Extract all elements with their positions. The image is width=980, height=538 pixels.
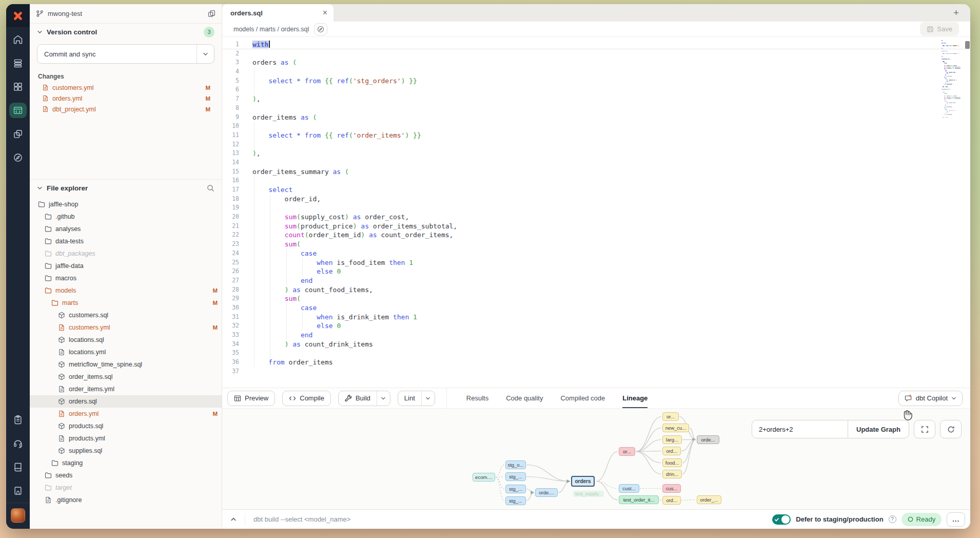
save-button[interactable]: Save bbox=[920, 22, 959, 36]
studio-ide-icon[interactable] bbox=[6, 99, 30, 122]
tree-item-locations.sql[interactable]: locations.sql bbox=[30, 334, 222, 346]
lineage-node-y3[interactable]: larg... bbox=[662, 435, 682, 444]
changed-file-dbt_project.yml[interactable]: dbt_project.ymlM bbox=[30, 104, 222, 114]
tree-item-models[interactable]: modelsM bbox=[30, 284, 222, 297]
help-icon[interactable]: ? bbox=[889, 515, 896, 523]
lineage-node-stg1[interactable]: stg_o... bbox=[505, 460, 526, 469]
code-editor[interactable]: 1with23orders as (45 select * from {{ re… bbox=[222, 37, 970, 388]
tree-item-jaffle-shop[interactable]: jaffle-shop bbox=[30, 198, 222, 210]
lineage-node-orde_b[interactable]: orde.... bbox=[535, 488, 558, 497]
tree-item-jaffle-data[interactable]: jaffle-data bbox=[30, 260, 222, 272]
tree-item-metricflow_time_spine.sql[interactable]: metricflow_time_spine.sql bbox=[30, 358, 222, 371]
docs-icon[interactable] bbox=[6, 455, 30, 479]
tree-item-marts[interactable]: martsM bbox=[30, 297, 222, 309]
changed-file-customers.yml[interactable]: customers.ymlM bbox=[30, 82, 222, 93]
tab-compiled-code[interactable]: Compiled code bbox=[560, 388, 605, 409]
close-icon[interactable]: × bbox=[323, 9, 327, 17]
version-control-header[interactable]: Version control 3 bbox=[30, 24, 222, 40]
file-explorer-header[interactable]: File explorer bbox=[30, 180, 222, 196]
explore-icon[interactable] bbox=[6, 146, 30, 169]
refresh-button[interactable] bbox=[940, 420, 962, 438]
breadcrumb[interactable]: models / marts / orders.sql bbox=[233, 26, 309, 33]
tree-item-products.yml[interactable]: products.yml bbox=[30, 432, 222, 445]
fullscreen-button[interactable] bbox=[914, 420, 935, 438]
tab-code-quality[interactable]: Code quality bbox=[506, 388, 543, 409]
lineage-node-ecom[interactable]: ecom.... bbox=[473, 473, 495, 482]
tree-item-dbt_packages[interactable]: dbt_packages bbox=[30, 247, 222, 260]
lineage-node-y7[interactable]: ord... bbox=[662, 496, 681, 505]
tree-item-.gitignore[interactable]: .gitignore bbox=[30, 494, 222, 506]
lineage-node-test_o[interactable]: test_order_it... bbox=[619, 495, 659, 504]
lineage-node-y4[interactable]: ord... bbox=[662, 447, 681, 455]
environments-icon[interactable] bbox=[6, 51, 30, 75]
compile-button[interactable]: Compile bbox=[282, 391, 331, 406]
lineage-node-stg2[interactable]: stg_... bbox=[505, 472, 526, 481]
expand-command-bar-button[interactable] bbox=[222, 510, 245, 529]
lineage-node-y6[interactable]: drin... bbox=[662, 470, 682, 478]
tab-lineage[interactable]: Lineage bbox=[622, 388, 648, 409]
tree-item-seeds[interactable]: seeds bbox=[30, 469, 222, 482]
lineage-node-y8[interactable]: order_... bbox=[697, 495, 721, 504]
lineage-node-y1[interactable]: or... bbox=[662, 412, 679, 421]
home-icon[interactable] bbox=[6, 28, 30, 51]
tree-item-order_items.sql[interactable]: order_items.sql bbox=[30, 371, 222, 383]
lint-button[interactable]: Lint bbox=[398, 391, 421, 406]
commit-options-chevron[interactable] bbox=[197, 45, 214, 63]
tab-results[interactable]: Results bbox=[466, 388, 488, 409]
tree-item-.github[interactable]: .github bbox=[30, 210, 222, 223]
explore-lineage-button[interactable] bbox=[314, 23, 327, 35]
tree-item-staging[interactable]: staging bbox=[30, 457, 222, 469]
lineage-node-gray[interactable]: orde... bbox=[697, 435, 719, 444]
lineage-node-stg4[interactable]: stg_... bbox=[505, 496, 526, 505]
tree-item-macros[interactable]: macros bbox=[30, 272, 222, 284]
lineage-node-y5[interactable]: food... bbox=[662, 458, 682, 467]
tab-orders-sql[interactable]: orders.sql × bbox=[222, 4, 334, 22]
tree-item-target[interactable]: target bbox=[30, 482, 222, 494]
lineage-node-cust[interactable]: cust... bbox=[619, 484, 639, 493]
tree-item-orders.yml[interactable]: orders.ymlM bbox=[30, 408, 222, 420]
tree-item-customers.sql[interactable]: customers.sql bbox=[30, 309, 222, 321]
orchestration-icon[interactable] bbox=[6, 122, 30, 146]
scrollbar-thumb[interactable] bbox=[965, 41, 970, 49]
tree-item-products.sql[interactable]: products.sql bbox=[30, 420, 222, 432]
marketplace-icon[interactable] bbox=[6, 479, 30, 503]
more-options-button[interactable]: ... bbox=[947, 512, 965, 527]
support-icon[interactable] bbox=[6, 432, 30, 455]
tree-item-order_items.yml[interactable]: order_items.yml bbox=[30, 383, 222, 395]
command-input[interactable]: dbt build --select <model_name> bbox=[245, 513, 772, 526]
user-avatar[interactable] bbox=[11, 508, 25, 523]
editor-scrollbar[interactable] bbox=[965, 41, 970, 195]
tree-item-orders.sql[interactable]: orders.sql bbox=[30, 395, 222, 408]
lineage-node-or_p[interactable]: or... bbox=[619, 447, 635, 456]
tree-item-data-tests[interactable]: data-tests bbox=[30, 235, 222, 247]
lineage-filter-input[interactable]: 2+orders+2 bbox=[752, 420, 848, 438]
commit-and-sync-button[interactable]: Commit and sync bbox=[37, 44, 214, 64]
build-button[interactable]: Build bbox=[339, 391, 377, 406]
tree-item-customers.yml[interactable]: customers.ymlM bbox=[30, 321, 222, 334]
lineage-node-stg3[interactable]: stg_... bbox=[505, 485, 526, 493]
lineage-node-y2[interactable]: new_cu... bbox=[662, 424, 689, 432]
ready-label: Ready bbox=[916, 515, 936, 523]
dashboard-icon[interactable] bbox=[6, 75, 30, 99]
build-options-chevron[interactable] bbox=[377, 391, 390, 406]
tree-item-label: products.yml bbox=[69, 435, 222, 442]
update-graph-button[interactable]: Update Graph bbox=[848, 420, 909, 438]
lineage-panel[interactable]: ecom....stg_o...stg_...stg_...stg_...ord… bbox=[222, 408, 970, 509]
tree-item-locations.yml[interactable]: locations.yml bbox=[30, 346, 222, 358]
lineage-node-orders[interactable]: orders bbox=[571, 476, 595, 487]
lineage-node-cus_p[interactable]: cus... bbox=[662, 484, 681, 493]
dbt-copilot-button[interactable]: dbt Copilot bbox=[898, 391, 963, 406]
tree-item-analyses[interactable]: analyses bbox=[30, 223, 222, 235]
preview-button[interactable]: Preview bbox=[227, 391, 275, 406]
search-icon[interactable] bbox=[207, 184, 214, 192]
dbt-logo[interactable] bbox=[6, 4, 30, 28]
changed-file-orders.yml[interactable]: orders.ymlM bbox=[30, 93, 222, 104]
copy-branch-icon[interactable] bbox=[208, 10, 215, 17]
minimap[interactable] bbox=[942, 40, 964, 120]
lint-options-chevron[interactable] bbox=[421, 391, 435, 406]
git-branch-row[interactable]: mwong-test bbox=[30, 4, 222, 24]
tasks-icon[interactable] bbox=[6, 408, 30, 432]
tree-item-supplies.sql[interactable]: supplies.sql bbox=[30, 445, 222, 457]
defer-toggle[interactable] bbox=[772, 514, 791, 525]
new-tab-button[interactable]: + bbox=[953, 7, 959, 18]
